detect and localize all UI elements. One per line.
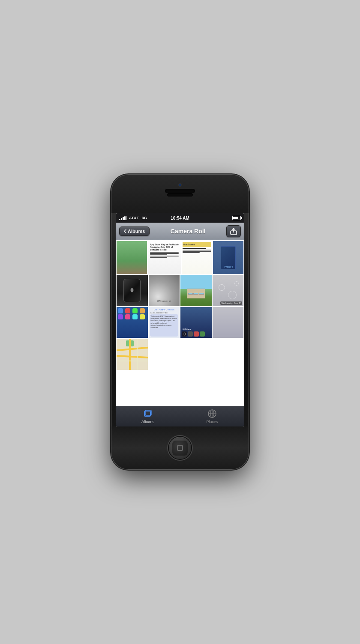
signal-bar-5 (126, 216, 127, 220)
screen: AT&T 3G 10:54 AM Albums Camera Roll (116, 213, 244, 426)
albums-back-button[interactable]: Albums (119, 227, 150, 236)
map-road-h2 (117, 355, 148, 358)
tab-places[interactable]: Places (180, 406, 244, 426)
signal-bars (119, 216, 127, 220)
places-icon (207, 408, 217, 419)
bottom-bezel (111, 426, 249, 469)
photo-iphone4-box[interactable]: iPhone 4 (213, 241, 243, 274)
empty-cell-2 (180, 339, 212, 370)
battery-fill (233, 217, 238, 219)
photo-building[interactable] (180, 275, 212, 306)
map-road-v2 (137, 339, 138, 370)
status-bar: AT&T 3G 10:54 AM (116, 213, 244, 223)
iphone-device: AT&T 3G 10:54 AM Albums Camera Roll (111, 175, 249, 469)
photo-raindrop[interactable]: Wednesday, June 23 (213, 275, 244, 306)
home-button-inner (172, 440, 188, 456)
photo-blurry[interactable] (213, 307, 244, 338)
network-label: 3G (142, 216, 147, 220)
photo-iphone4-name[interactable]: iPhone 4 (149, 275, 180, 306)
status-left: AT&T 3G (119, 216, 147, 220)
share-button[interactable] (226, 225, 241, 237)
speaker-grille (167, 193, 193, 197)
time-label: 10:54 AM (171, 216, 189, 221)
photo-utilities[interactable]: Utilities (180, 307, 212, 338)
photo-trees[interactable] (117, 241, 147, 274)
photo-map[interactable] (117, 339, 148, 370)
signal-bar-4 (124, 216, 126, 220)
nav-title: Camera Roll (171, 228, 206, 235)
photo-article2[interactable]: MacStories (182, 241, 212, 274)
photo-att-message[interactable]: Call Add to Contacts Jun 25, 2010 10:07 … (149, 307, 180, 338)
share-icon (230, 227, 237, 235)
tab-bar: Albums Places (116, 406, 244, 426)
back-button-label: Albums (128, 229, 145, 234)
albums-tab-label: Albums (141, 420, 154, 424)
signal-bar-1 (119, 219, 120, 220)
empty-cell-1 (149, 339, 180, 370)
empty-cell-3 (213, 339, 244, 370)
carrier-label: AT&T (129, 216, 139, 220)
svg-point-1 (183, 333, 186, 335)
top-bezel (111, 175, 249, 213)
nav-bar: Albums Camera Roll (116, 223, 244, 240)
photo-row-4 (117, 339, 243, 370)
photo-article1[interactable]: App Store May be Profitable for Apple, O… (148, 241, 181, 274)
signal-bar-3 (123, 217, 124, 220)
map-road-v1 (129, 339, 131, 370)
albums-icon (143, 408, 153, 419)
grid-spacer (117, 371, 243, 405)
date-label: Wednesday, June 23 (220, 301, 242, 305)
photo-row-2: iPhone 4 (117, 275, 243, 306)
home-button[interactable] (169, 437, 191, 459)
map-road-h3 (117, 361, 148, 361)
earpiece (165, 189, 195, 193)
tab-albums[interactable]: Albums (116, 406, 180, 426)
map-road-h1 (117, 347, 148, 351)
photo-grid: App Store May be Profitable for Apple, O… (116, 240, 244, 406)
status-right (232, 216, 241, 220)
signal-bar-2 (121, 218, 122, 220)
photo-row-1: App Store May be Profitable for Apple, O… (117, 241, 243, 274)
photo-row-3: Call Add to Contacts Jun 25, 2010 10:07 … (117, 307, 243, 338)
photo-homescreen[interactable] (117, 307, 148, 338)
home-button-square (177, 445, 183, 451)
battery-icon (232, 216, 241, 220)
places-tab-label: Places (206, 420, 218, 424)
photo-iphone4-black[interactable] (117, 275, 148, 306)
front-camera (178, 183, 182, 187)
back-chevron-icon (124, 229, 126, 233)
